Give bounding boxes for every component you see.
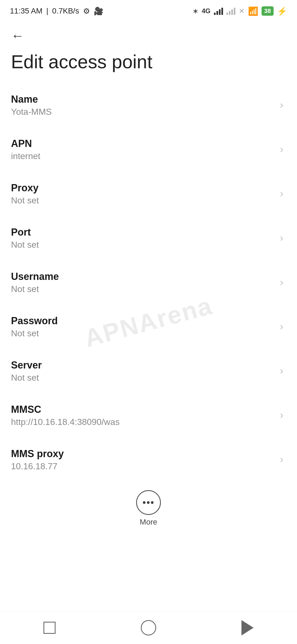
network-speed: 0.7KB/s xyxy=(52,7,79,15)
signal-4g-icon: 4G xyxy=(202,7,211,15)
more-dots-icon: ••• xyxy=(142,498,155,507)
settings-value-apn: internet xyxy=(11,151,274,161)
charging-icon: ⚡ xyxy=(277,6,287,16)
settings-item-server[interactable]: Server Not set › xyxy=(0,349,297,393)
settings-item-content-port: Port Not set xyxy=(11,227,274,250)
more-button[interactable]: ••• xyxy=(136,490,161,515)
chevron-right-icon-apn: › xyxy=(280,144,283,155)
status-right: ∗ 4G ✕ 📶 38 ⚡ xyxy=(193,6,287,16)
chevron-right-icon-mmsc: › xyxy=(280,410,283,421)
wifi-icon: 📶 xyxy=(248,6,258,16)
settings-item-content-mms-proxy: MMS proxy 10.16.18.77 xyxy=(11,448,274,471)
settings-item-content-proxy: Proxy Not set xyxy=(11,182,274,206)
bluetooth-icon: ∗ xyxy=(193,7,199,15)
chevron-right-icon-server: › xyxy=(280,365,283,377)
recents-icon xyxy=(43,622,56,634)
settings-item-content-password: Password Not set xyxy=(11,315,274,339)
settings-icon: ⚙ xyxy=(83,7,90,16)
settings-item-mmsc[interactable]: MMSC http://10.16.18.4:38090/was › xyxy=(0,393,297,438)
settings-item-proxy[interactable]: Proxy Not set › xyxy=(0,172,297,216)
settings-value-proxy: Not set xyxy=(11,195,274,206)
chevron-right-icon-port: › xyxy=(280,232,283,244)
settings-value-port: Not set xyxy=(11,240,274,250)
settings-item-mms-proxy[interactable]: MMS proxy 10.16.18.77 › xyxy=(0,438,297,482)
status-left: 11:35 AM | 0.7KB/s ⚙ 🎥 xyxy=(10,7,103,16)
settings-value-username: Not set xyxy=(11,284,274,294)
settings-value-mmsc: http://10.16.18.4:38090/was xyxy=(11,417,274,427)
settings-item-content-apn: APN internet xyxy=(11,138,274,161)
time-display: 11:35 AM xyxy=(10,7,42,15)
back-arrow-icon: ← xyxy=(11,28,24,43)
camera-icon: 🎥 xyxy=(94,7,103,16)
chevron-right-icon-username: › xyxy=(280,277,283,288)
no-signal-icon: ✕ xyxy=(239,7,245,15)
settings-item-content-username: Username Not set xyxy=(11,271,274,294)
chevron-right-icon-mms-proxy: › xyxy=(280,454,283,465)
settings-item-content-name: Name Yota-MMS xyxy=(11,94,274,117)
more-section: ••• More xyxy=(0,482,297,532)
chevron-right-icon-proxy: › xyxy=(280,188,283,200)
settings-value-server: Not set xyxy=(11,373,274,383)
signal-bars-2 xyxy=(226,7,235,15)
settings-item-content-mmsc: MMSC http://10.16.18.4:38090/was xyxy=(11,404,274,427)
settings-label-server: Server xyxy=(11,359,274,371)
settings-label-password: Password xyxy=(11,315,274,327)
settings-item-content-server: Server Not set xyxy=(11,359,274,383)
chevron-right-icon-password: › xyxy=(280,321,283,332)
settings-label-port: Port xyxy=(11,227,274,238)
separator: | xyxy=(46,7,48,15)
settings-list: Name Yota-MMS › APN internet › Proxy Not… xyxy=(0,83,297,482)
settings-item-username[interactable]: Username Not set › xyxy=(0,260,297,305)
settings-value-mms-proxy: 10.16.18.77 xyxy=(11,461,274,471)
settings-label-proxy: Proxy xyxy=(11,182,274,194)
home-button[interactable] xyxy=(138,617,160,639)
back-button[interactable]: ← xyxy=(0,20,297,46)
settings-item-apn[interactable]: APN internet › xyxy=(0,127,297,172)
home-icon xyxy=(141,620,156,635)
settings-item-password[interactable]: Password Not set › xyxy=(0,305,297,349)
recents-button[interactable] xyxy=(38,617,61,639)
signal-bars-1 xyxy=(214,7,223,15)
page-title: Edit access point xyxy=(0,46,297,83)
settings-label-username: Username xyxy=(11,271,274,282)
back-nav-button[interactable] xyxy=(237,617,258,639)
settings-item-port[interactable]: Port Not set › xyxy=(0,216,297,260)
bottom-nav xyxy=(0,611,297,644)
settings-label-mms-proxy: MMS proxy xyxy=(11,448,274,460)
back-nav-icon xyxy=(241,620,254,635)
battery-icon: 38 xyxy=(262,6,274,16)
status-bar: 11:35 AM | 0.7KB/s ⚙ 🎥 ∗ 4G ✕ 📶 38 ⚡ xyxy=(0,0,297,20)
settings-label-name: Name xyxy=(11,94,274,105)
settings-item-name[interactable]: Name Yota-MMS › xyxy=(0,83,297,127)
settings-label-apn: APN xyxy=(11,138,274,149)
more-label: More xyxy=(140,518,157,526)
settings-value-password: Not set xyxy=(11,328,274,339)
settings-label-mmsc: MMSC xyxy=(11,404,274,415)
settings-value-name: Yota-MMS xyxy=(11,107,274,117)
chevron-right-icon-name: › xyxy=(280,99,283,111)
